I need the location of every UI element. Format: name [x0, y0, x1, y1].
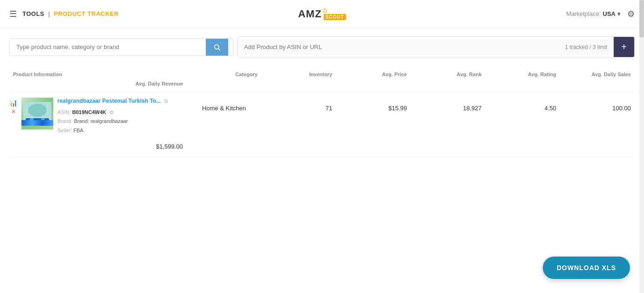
asin-input[interactable] [238, 39, 559, 55]
product-name-link[interactable]: realgrandbazaar Pestemal Turkish To... [57, 98, 161, 104]
copy-name-icon[interactable]: ⧉ [164, 98, 168, 104]
cell-avg-rating: 4.50 [485, 97, 560, 114]
logo: AMZ ⬡ SCOUT [298, 8, 346, 20]
col-category: Category [187, 70, 261, 79]
scrollbar-track[interactable] [639, 0, 644, 157]
product-table: Product Information Category Inventory A… [0, 66, 644, 157]
cell-inventory: 71 [261, 97, 336, 114]
cell-avg-rank: 18,927 [411, 97, 485, 114]
svg-rect-5 [30, 118, 34, 122]
page-title: TOOLS | PRODUCT TRACKER [22, 10, 119, 17]
cell-avg-price: $15.99 [336, 97, 411, 114]
svg-line-1 [218, 49, 220, 50]
col-inventory: Inventory [261, 70, 336, 79]
gear-icon[interactable]: ⚙ [627, 9, 635, 19]
svg-point-3 [28, 104, 47, 117]
svg-rect-6 [35, 118, 39, 122]
search-input[interactable] [10, 39, 206, 55]
col-avg-rank: Avg. Rank [411, 70, 485, 79]
product-thumbnail [21, 97, 54, 130]
cell-avg-daily-sales: 100.00 [560, 97, 635, 114]
scrollbar-thumb[interactable] [639, 0, 644, 37]
marketplace-selector[interactable]: Marketplace: USA ▾ [566, 10, 621, 17]
asin-box: 1 tracked / 3 limit + [237, 36, 635, 57]
product-meta: ASIN: B019NC4W4K ⧉ Brand: Brand: realgra… [57, 108, 187, 136]
svg-point-0 [215, 44, 219, 49]
copy-asin-icon[interactable]: ⧉ [110, 109, 113, 115]
col-avg-price: Avg. Price [336, 70, 411, 79]
product-cell: 📊 ✕ realgrandbazaar Pestemal Turkish To.… [9, 97, 187, 136]
table-row: 📊 ✕ realgrandbazaar Pestemal Turkish To.… [9, 93, 635, 157]
cell-category: Home & Kitchen [187, 97, 261, 114]
col-avg-daily-sales: Avg. Daily Sales [560, 70, 635, 79]
svg-rect-7 [41, 118, 45, 122]
cell-avg-daily-revenue: $1,599.00 [9, 136, 187, 152]
search-box [9, 38, 233, 56]
col-avg-daily-revenue: Avg. Daily Revenue [9, 79, 187, 88]
remove-icon[interactable]: ✕ [11, 108, 16, 115]
search-icon [213, 43, 221, 51]
chart-icon[interactable]: 📊 [9, 99, 17, 107]
add-product-button[interactable]: + [614, 37, 634, 57]
col-avg-rating: Avg. Rating [485, 70, 560, 79]
col-product-info: Product Information [9, 70, 187, 79]
tracked-limit: 1 tracked / 3 limit [559, 39, 614, 55]
table-header: Product Information Category Inventory A… [9, 66, 635, 93]
search-button[interactable] [206, 39, 228, 56]
menu-icon[interactable]: ☰ [9, 9, 17, 19]
